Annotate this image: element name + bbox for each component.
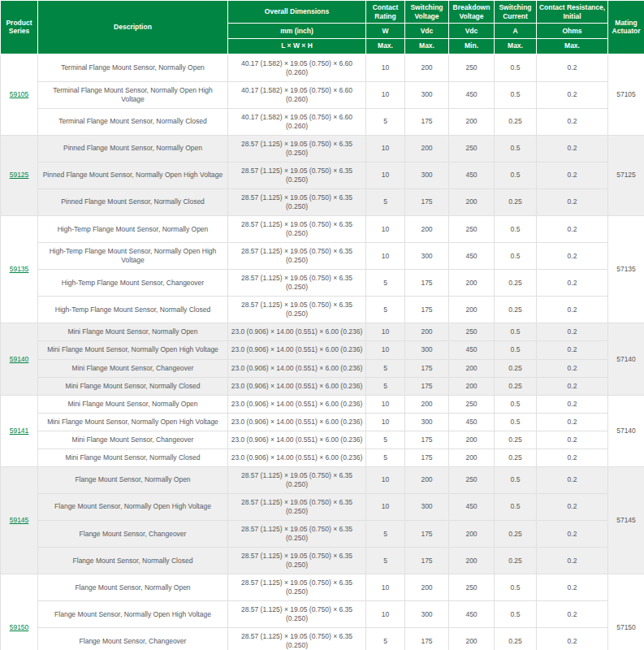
contact-rating-cell: 5 [366, 359, 405, 377]
dimensions-cell: 28.57 (1.125) × 19.05 (0.750) × 6.35 (0.… [228, 162, 366, 188]
product-series-link[interactable]: 59150 [10, 623, 29, 631]
breakdown-voltage-cell: 450 [449, 81, 495, 108]
contact-rating-cell: 10 [366, 162, 405, 188]
switching-current-cell: 0.25 [495, 548, 537, 574]
switching-current-cell: 0.5 [495, 466, 537, 493]
contact-rating-cell: 10 [366, 323, 405, 341]
contact-rating-cell: 5 [366, 270, 405, 297]
description-cell: Terminal Flange Mount Sensor, Normally O… [38, 54, 228, 82]
product-series-link[interactable]: 59141 [10, 427, 29, 435]
mating-actuator-cell: 57150 [608, 574, 644, 650]
dimensions-cell: 23.0 (0.906) × 14.00 (0.551) × 6.00 (0.2… [228, 431, 366, 448]
contact-resistance-cell: 0.2 [537, 341, 608, 359]
breakdown-voltage-cell: 450 [449, 162, 495, 188]
product-series-link[interactable]: 59140 [10, 355, 29, 363]
contact-rating-cell: 10 [366, 81, 405, 108]
header-switching-voltage-limit: Max. [405, 39, 449, 54]
dimensions-cell: 28.57 (1.125) × 19.05 (0.750) × 6.35 (0.… [228, 521, 366, 548]
breakdown-voltage-cell: 200 [449, 108, 495, 135]
switching-voltage-cell: 175 [405, 297, 449, 323]
product-series-link[interactable]: 59135 [10, 265, 29, 273]
dimensions-cell: 28.57 (1.125) × 19.05 (0.750) × 6.35 (0.… [228, 243, 366, 270]
description-cell: Mini Flange Mount Sensor, Normally Close… [38, 377, 228, 395]
breakdown-voltage-cell: 250 [449, 574, 495, 601]
contact-resistance-cell: 0.2 [537, 216, 608, 243]
table-row: 59140Mini Flange Mount Sensor, Normally … [1, 323, 644, 341]
description-cell: High-Temp Flange Mount Sensor, Changeove… [38, 270, 228, 297]
breakdown-voltage-cell: 200 [449, 548, 495, 574]
product-series-link[interactable]: 59125 [10, 171, 29, 179]
breakdown-voltage-cell: 200 [449, 359, 495, 377]
switching-voltage-cell: 200 [405, 323, 449, 341]
switching-current-cell: 0.25 [495, 628, 537, 650]
breakdown-voltage-cell: 200 [449, 188, 495, 215]
description-cell: Mini Flange Mount Sensor, Changeover [38, 431, 228, 448]
switching-voltage-cell: 175 [405, 628, 449, 650]
contact-rating-cell: 5 [366, 628, 405, 650]
contact-rating-cell: 10 [366, 601, 405, 628]
table-row: Mini Flange Mount Sensor, Normally Open … [1, 341, 644, 359]
contact-rating-cell: 10 [366, 466, 405, 493]
header-contact-resistance-unit: Ohms [537, 24, 608, 39]
dimensions-cell: 28.57 (1.125) × 19.05 (0.750) × 6.35 (0.… [228, 628, 366, 650]
dimensions-cell: 23.0 (0.906) × 14.00 (0.551) × 6.00 (0.2… [228, 323, 366, 341]
switching-current-cell: 0.25 [495, 297, 537, 323]
contact-rating-cell: 10 [366, 395, 405, 413]
switching-voltage-cell: 200 [405, 135, 449, 162]
dimensions-cell: 28.57 (1.125) × 19.05 (0.750) × 6.35 (0.… [228, 601, 366, 628]
switching-current-cell: 0.25 [495, 188, 537, 215]
description-cell: Flange Mount Sensor, Normally Open [38, 466, 228, 493]
table-row: Terminal Flange Mount Sensor, Normally C… [1, 108, 644, 135]
breakdown-voltage-cell: 250 [449, 323, 495, 341]
contact-resistance-cell: 0.2 [537, 448, 608, 466]
table-row: Terminal Flange Mount Sensor, Normally O… [1, 81, 644, 108]
dimensions-cell: 28.57 (1.125) × 19.05 (0.750) × 6.35 (0.… [228, 466, 366, 493]
switching-voltage-cell: 175 [405, 448, 449, 466]
header-switching-current-limit: Max. [495, 39, 537, 54]
switching-voltage-cell: 200 [405, 574, 449, 601]
contact-resistance-cell: 0.2 [537, 188, 608, 215]
breakdown-voltage-cell: 200 [449, 431, 495, 448]
contact-resistance-cell: 0.2 [537, 297, 608, 323]
product-series-link[interactable]: 59105 [10, 90, 29, 98]
breakdown-voltage-cell: 250 [449, 395, 495, 413]
table-row: Flange Mount Sensor, Normally Closed28.5… [1, 548, 644, 574]
switching-current-cell: 0.5 [495, 413, 537, 431]
switching-current-cell: 0.5 [495, 574, 537, 601]
table-row: 59135High-Temp Flange Mount Sensor, Norm… [1, 216, 644, 243]
header-contact-resistance-limit: Max. [537, 39, 608, 54]
description-cell: Flange Mount Sensor, Changeover [38, 628, 228, 650]
switching-current-cell: 0.25 [495, 448, 537, 466]
switching-current-cell: 0.5 [495, 243, 537, 270]
product-series-cell: 59125 [1, 135, 38, 215]
description-cell: Mini Flange Mount Sensor, Normally Close… [38, 448, 228, 466]
header-contact-resistance: Contact Resistance, Initial [537, 1, 608, 24]
product-series-cell: 59140 [1, 323, 38, 395]
switching-voltage-cell: 200 [405, 216, 449, 243]
contact-rating-cell: 5 [366, 431, 405, 448]
header-contact-rating: Contact Rating [366, 1, 405, 24]
switching-voltage-cell: 300 [405, 341, 449, 359]
description-cell: Terminal Flange Mount Sensor, Normally C… [38, 108, 228, 135]
table-row: 59105Terminal Flange Mount Sensor, Norma… [1, 54, 644, 82]
table-row: Flange Mount Sensor, Normally Open High … [1, 493, 644, 520]
header-description: Description [38, 1, 228, 54]
header-overall-dimensions: Overall Dimensions [228, 1, 366, 24]
contact-resistance-cell: 0.2 [537, 395, 608, 413]
contact-resistance-cell: 0.2 [537, 270, 608, 297]
contact-rating-cell: 5 [366, 297, 405, 323]
table-row: Mini Flange Mount Sensor, Normally Close… [1, 377, 644, 395]
contact-resistance-cell: 0.2 [537, 162, 608, 188]
mating-actuator-cell: 57125 [608, 135, 644, 215]
description-cell: Mini Flange Mount Sensor, Normally Open [38, 395, 228, 413]
switching-current-cell: 0.5 [495, 135, 537, 162]
product-series-cell: 59145 [1, 466, 38, 574]
contact-rating-cell: 5 [366, 521, 405, 548]
product-series-link[interactable]: 59145 [10, 516, 29, 524]
header-mating-actuator: Mating Actuator [608, 1, 644, 54]
breakdown-voltage-cell: 250 [449, 466, 495, 493]
description-cell: Pinned Flange Mount Sensor, Normally Ope… [38, 135, 228, 162]
contact-resistance-cell: 0.2 [537, 548, 608, 574]
product-series-cell: 59135 [1, 216, 38, 323]
switching-voltage-cell: 300 [405, 162, 449, 188]
